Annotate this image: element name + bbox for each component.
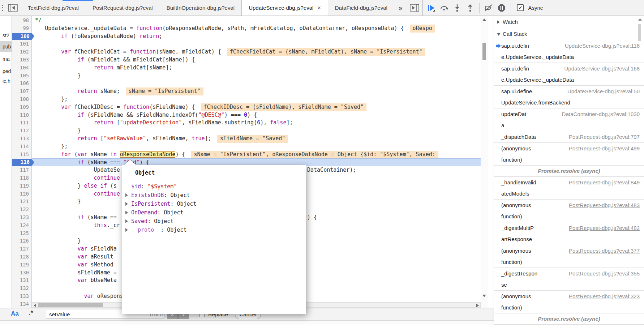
code-line[interactable]: return ["updateDescription", sFieldName.… — [32, 119, 481, 127]
call-stack-frame[interactable]: _dispatchDataPostRequest-dbg.js?eval:797 — [494, 131, 644, 143]
file-tab[interactable]: UpdateService-dbg.js?eval× — [241, 0, 328, 16]
code-line[interactable]: for (var sName in oResponseDataNode) {sN… — [32, 151, 481, 159]
breakpoint-marker[interactable]: 116 — [12, 159, 34, 166]
code-line[interactable]: return ["setRawValue", sFieldName, true]… — [32, 135, 481, 143]
line-number[interactable]: 115 — [12, 151, 32, 159]
scroll-up-arrow-icon[interactable] — [482, 18, 486, 21]
line-number[interactable]: 123 — [12, 214, 32, 222]
scroll-down-arrow-icon[interactable] — [482, 295, 486, 297]
line-number[interactable]: 99 — [12, 25, 32, 33]
vertical-scroll-thumb[interactable] — [482, 43, 486, 60]
frame-source-location[interactable]: PostRequest-dbg.js?eval:482 — [569, 222, 640, 234]
file-tab[interactable]: PostRequest-dbg.js?eval — [86, 0, 160, 16]
popup-property-row[interactable]: Saved: Object — [122, 217, 306, 226]
expand-arrow-icon[interactable] — [125, 193, 128, 197]
pause-on-exceptions-icon[interactable] — [496, 3, 507, 13]
call-stack-frame[interactable]: (anonymousfunction)PostRequest-dbg.js?ev… — [494, 143, 644, 166]
call-stack-frame[interactable]: updateDataDataContainer-dbg.js?eval:1030 — [494, 108, 644, 131]
line-number[interactable]: 111 — [12, 119, 32, 127]
line-number[interactable]: 103 — [12, 56, 32, 64]
frame-source-location[interactable]: PostRequest-dbg.js?eval:323 — [569, 291, 640, 302]
line-number[interactable]: 114 — [12, 143, 32, 151]
code-line[interactable]: UpdateService._updateData = function(oRe… — [32, 25, 481, 33]
popup-property-row[interactable]: __proto__: Object — [122, 226, 306, 234]
line-number[interactable]: 118 — [12, 174, 32, 182]
line-number[interactable]: 131 — [12, 277, 32, 285]
call-stack-frame[interactable]: (anonymousfunction)PostRequest-dbg.js?ev… — [494, 245, 644, 268]
line-number[interactable]: 109 — [12, 103, 32, 111]
line-number-gutter[interactable]: 9899100101102103104105106107108109110111… — [12, 16, 32, 308]
call-stack-frame[interactable]: sap.ui.define.UpdateService.fromBackendU… — [494, 86, 644, 108]
line-number[interactable]: 100 — [12, 33, 32, 40]
step-over-icon[interactable] — [439, 3, 450, 13]
code-line[interactable] — [32, 80, 481, 87]
navigator-item[interactable]: ped — [3, 66, 11, 77]
line-number[interactable]: 117 — [12, 166, 32, 174]
code-line[interactable]: if (mFieldCat && mFieldCat[sName]) { — [32, 56, 481, 64]
match-case-toggle[interactable]: Aa — [11, 310, 19, 317]
code-line[interactable]: var fCheckFieldCat = function(sName, mFi… — [32, 48, 481, 56]
line-number[interactable]: 122 — [12, 206, 32, 214]
file-tab[interactable]: DataField-dbg.js?eval — [328, 0, 394, 16]
popup-property-row[interactable]: $id: "$System" — [122, 182, 306, 191]
watch-section-header[interactable]: Watch — [494, 16, 644, 28]
async-checkbox[interactable]: ✓ — [517, 4, 524, 11]
line-number[interactable]: 105 — [12, 72, 32, 80]
line-number[interactable]: 116 — [12, 158, 32, 166]
breakpoint-marker[interactable]: 100 — [12, 33, 34, 40]
sidebar-scroll-thumb[interactable] — [638, 24, 641, 41]
hovered-variable-highlight[interactable]: oResponseDataNode — [120, 151, 176, 158]
scroll-right-arrow-icon[interactable] — [476, 304, 479, 307]
call-stack-section-header[interactable]: Call Stack — [494, 28, 644, 40]
step-into-icon[interactable] — [452, 3, 463, 13]
popup-property-row[interactable]: IsPersistent: Object — [122, 200, 306, 208]
deactivate-breakpoints-icon[interactable] — [483, 3, 494, 13]
code-line[interactable]: }; — [32, 95, 481, 103]
line-number[interactable]: 124 — [12, 222, 32, 230]
scroll-left-arrow-icon[interactable] — [34, 304, 36, 307]
line-number[interactable]: 107 — [12, 87, 32, 95]
line-number[interactable]: 119 — [12, 182, 32, 190]
code-line[interactable]: */ — [32, 17, 481, 25]
popup-property-row[interactable]: ExistsOnDB: Object — [122, 191, 306, 200]
line-number[interactable]: 132 — [12, 285, 32, 292]
frame-source-location[interactable]: PostRequest-dbg.js?eval:377 — [569, 245, 640, 256]
toggle-drawer-icon[interactable] — [407, 0, 422, 16]
call-stack-frame[interactable]: (anonymousfunction)PostRequest-dbg.js?ev… — [494, 200, 644, 222]
navigator-item[interactable]: pub — [3, 41, 11, 52]
navigator-item[interactable]: ma — [3, 54, 9, 64]
line-number[interactable]: 125 — [12, 230, 32, 238]
expanded-arrow-icon[interactable] — [497, 33, 501, 36]
horizontal-scroll-thumb[interactable] — [38, 303, 103, 307]
code-line[interactable]: return sName;sName = "IsPersistent" — [32, 87, 481, 95]
call-stack-frame[interactable]: sap.ui.define.UpdateService._updateDataU… — [494, 40, 644, 63]
file-tab[interactable]: BuiltInOperation-dbg.js?eval — [160, 0, 241, 16]
line-number[interactable]: 110 — [12, 111, 32, 119]
resume-script-execution-icon[interactable] — [426, 3, 437, 13]
line-number[interactable]: 130 — [12, 269, 32, 277]
line-number[interactable]: 127 — [12, 245, 32, 253]
call-stack-frame[interactable]: _digestMultiPartResponsePostRequest-dbg.… — [494, 222, 644, 245]
line-number[interactable]: 128 — [12, 253, 32, 261]
call-stack-frame[interactable]: (anonymousfunction)PostRequest-dbg.js?ev… — [494, 291, 644, 313]
editor-vertical-scrollbar[interactable] — [481, 16, 488, 308]
line-number[interactable]: 104 — [12, 64, 32, 72]
line-number[interactable]: 113 — [12, 135, 32, 143]
file-tab[interactable]: TextField-dbg.js?eval — [21, 0, 86, 16]
navigator-item[interactable]: st2 — [3, 30, 9, 41]
more-options-icon[interactable] — [0, 0, 5, 16]
call-stack-frame[interactable]: _digestResponsePostRequest-dbg.js?eval:3… — [494, 268, 644, 291]
line-number[interactable]: 121 — [12, 198, 32, 206]
line-number[interactable]: 133 — [12, 292, 32, 300]
navigator-item[interactable]: ic.h — [3, 76, 10, 86]
line-number[interactable]: 108 — [12, 95, 32, 103]
code-line[interactable] — [32, 40, 481, 48]
frame-source-location[interactable]: PostRequest-dbg.js?eval:483 — [569, 200, 640, 211]
frame-source-location[interactable]: PostRequest-dbg.js?eval:849 — [569, 177, 640, 188]
code-line[interactable]: } — [32, 127, 481, 135]
line-number[interactable]: 101 — [12, 40, 32, 48]
line-number[interactable]: 112 — [12, 127, 32, 135]
expand-arrow-icon[interactable] — [125, 219, 128, 223]
line-number[interactable]: 106 — [12, 80, 32, 87]
code-line[interactable]: }; — [32, 143, 481, 151]
